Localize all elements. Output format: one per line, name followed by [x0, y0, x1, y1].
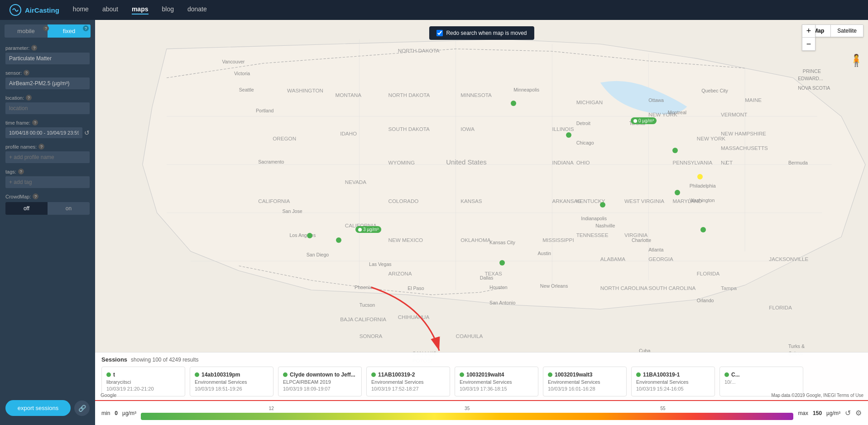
nav-home[interactable]: home [73, 5, 89, 14]
marker-dot-2 [566, 132, 571, 138]
svg-text:Washington: Washington [690, 198, 715, 203]
svg-text:Philadelphia: Philadelphia [690, 183, 716, 188]
scale-reset-button[interactable]: ↺ [845, 409, 851, 417]
tab-mobile[interactable]: mobile [5, 24, 48, 38]
session-card-4[interactable]: 10032019walt4 Environmental Services 10/… [455, 367, 538, 396]
scale-settings-button[interactable]: ⚙ [855, 409, 862, 417]
parameter-input[interactable] [5, 53, 90, 64]
svg-text:FLORIDA: FLORIDA [769, 304, 792, 310]
session-org-1: Environmental Services [195, 379, 269, 385]
svg-text:Houston: Houston [489, 285, 508, 290]
nav-maps[interactable]: maps [132, 5, 149, 14]
timeframe-input[interactable] [5, 127, 82, 138]
session-org-3: Environmental Services [371, 379, 445, 385]
nav-about[interactable]: about [102, 5, 118, 14]
timeframe-refresh-icon[interactable]: ↺ [84, 129, 90, 136]
session-card-7[interactable]: C... 10/... [719, 367, 803, 396]
export-sessions-button[interactable]: export sessions [5, 400, 71, 416]
marker-dot-4 [675, 190, 680, 195]
redo-search-label: Redo search when map is moved [446, 30, 527, 36]
svg-text:MICHIGAN: MICHIGAN [576, 99, 603, 105]
tab-row: mobile fixed ? ? [5, 24, 91, 38]
session-date-0: 10/03/19 21:20-21:20 [106, 386, 180, 391]
svg-text:MONTANA: MONTANA [335, 92, 361, 98]
svg-text:Charlotte: Charlotte [632, 237, 651, 243]
sensor-help-icon[interactable]: ? [24, 70, 29, 76]
svg-text:Dallas: Dallas [480, 275, 494, 280]
svg-text:WASHINGTON: WASHINGTON [287, 87, 323, 93]
session-card-2[interactable]: Clyde downtown to Jeff... ELPCAIRBEAM 20… [278, 367, 362, 396]
sensor-input[interactable] [5, 77, 90, 89]
location-help-icon[interactable]: ? [26, 95, 32, 101]
svg-text:Turks &: Turks & [788, 343, 805, 349]
session-card-6[interactable]: 11BA100319-1 Environmental Services 10/0… [631, 367, 715, 396]
svg-text:TENNESSEE: TENNESSEE [576, 232, 609, 238]
copyright-text: Map data ©2019 Google, INEGI Terms of Us… [772, 393, 863, 398]
session-name-1: 14ab100319pm [201, 372, 240, 378]
session-card-5[interactable]: 10032019walt3 Environmental Services 10/… [543, 367, 627, 396]
scale-min-value: 0 [115, 410, 118, 416]
session-name-5: 10032019walt3 [555, 372, 592, 378]
marker-3-ug[interactable]: 3 µg/m³ [355, 226, 381, 233]
tags-help-icon[interactable]: ? [18, 169, 24, 174]
session-org-0: librarycitsci [106, 379, 180, 385]
sessions-panel: Sessions showing 100 of 4249 results t l… [95, 352, 868, 400]
profile-input[interactable] [5, 151, 90, 163]
svg-text:MAINE: MAINE [745, 97, 762, 103]
street-view-icon[interactable]: 🧍 [849, 53, 863, 68]
nav-donate[interactable]: donate [187, 5, 207, 14]
svg-text:Austin: Austin [537, 251, 551, 256]
svg-text:OKLAHOMA: OKLAHOMA [460, 237, 490, 243]
tags-input[interactable] [5, 176, 90, 188]
parameter-label: parameter: ? [5, 45, 90, 51]
scale-gradient-bar[interactable] [141, 413, 793, 420]
link-icon-button[interactable]: 🔗 [74, 401, 90, 416]
crowdmap-off-btn[interactable]: off [5, 202, 48, 215]
location-input[interactable] [5, 102, 90, 114]
svg-text:ILLINOIS: ILLINOIS [552, 126, 574, 132]
zoom-in-button[interactable]: + [802, 25, 815, 38]
crowdmap-on-btn[interactable]: on [48, 202, 90, 215]
svg-text:Portland: Portland [256, 108, 274, 113]
logo-icon [9, 4, 22, 16]
redo-search-checkbox[interactable] [436, 30, 442, 36]
parameter-section: parameter: ? [0, 42, 95, 67]
fixed-help-icon[interactable]: ? [83, 25, 89, 31]
svg-text:Atlanta: Atlanta [648, 247, 663, 252]
svg-text:Kansas City: Kansas City [489, 240, 515, 245]
logo[interactable]: AirCasting [9, 4, 59, 16]
svg-text:Tampa: Tampa [721, 285, 737, 291]
svg-text:Phoenix: Phoenix [355, 285, 372, 290]
marker-0-ug[interactable]: 0 µg/m³ [631, 117, 657, 124]
profile-help-icon[interactable]: ? [38, 144, 44, 150]
mobile-help-icon[interactable]: ? [43, 25, 49, 31]
profile-label: profile names: ? [5, 144, 90, 150]
svg-text:COAHUILA: COAHUILA [456, 333, 483, 339]
scale-bar: min 0 µg/m³ 12 35 55 max 150 µg/m³ ↺ ⚙ [95, 400, 868, 425]
nav-blog[interactable]: blog [162, 5, 174, 14]
svg-text:Orlando: Orlando [697, 298, 714, 303]
svg-text:SONORA: SONORA [360, 333, 383, 339]
map-type-satellite-btn[interactable]: Satellite [831, 25, 863, 37]
parameter-help-icon[interactable]: ? [31, 45, 37, 51]
main-container: mobile fixed ? ? parameter: ? sensor: ? [0, 20, 868, 425]
svg-text:Minneapolis: Minneapolis [513, 87, 539, 92]
session-name-7: C... [731, 372, 740, 378]
scale-max-value: 150 [813, 410, 822, 416]
crowdmap-help-icon[interactable]: ? [33, 193, 38, 199]
map-area: WASHINGTON OREGON CALIFORNIA MONTANA IDA… [95, 20, 868, 425]
top-nav: AirCasting home about maps blog donate [0, 0, 868, 20]
svg-text:MASSACHUSETTS: MASSACHUSETTS [721, 145, 768, 151]
session-card-1[interactable]: 14ab100319pm Environmental Services 10/0… [190, 367, 273, 396]
timeframe-help-icon[interactable]: ? [32, 120, 38, 126]
svg-text:CHIHUAHUA: CHIHUAHUA [398, 314, 430, 320]
tick-35: 35 [465, 406, 470, 411]
session-card-3[interactable]: 11AB100319-2 Environmental Services 10/0… [366, 367, 450, 396]
crowdmap-section: CrowdMap: ? off on [0, 191, 95, 217]
zoom-out-button[interactable]: − [802, 38, 815, 50]
svg-text:Montreal: Montreal [668, 110, 686, 115]
svg-text:PENNSYLVANIA: PENNSYLVANIA [672, 159, 712, 165]
redo-search-bar[interactable]: Redo search when map is moved [429, 26, 534, 40]
svg-text:El Paso: El Paso [408, 285, 424, 291]
svg-text:SOUTH CAROLINA: SOUTH CAROLINA [648, 285, 695, 291]
